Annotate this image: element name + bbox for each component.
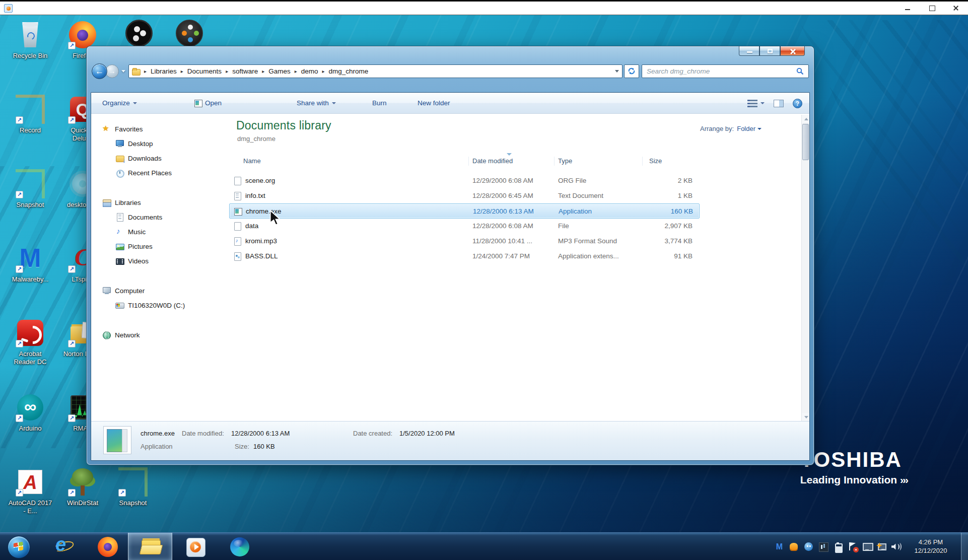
sidebar-item-music[interactable]: Music [91,225,226,239]
file-row-scene.org[interactable]: scene.org12/29/2000 6:08 AMORG File2 KB [229,173,700,188]
minimize-button[interactable] [739,46,759,56]
arrange-by-control[interactable]: Arrange by: Folder [700,125,762,132]
file-icon-wrap [234,207,242,217]
tray-icon-malwarebytes[interactable] [774,541,785,552]
details-created-value: 1/5/2020 12:00 PM [399,430,455,437]
desktop-icon-snapshot[interactable]: ↗Snapshot [4,169,56,209]
file-row-kromi.mp3[interactable]: kromi.mp311/28/2000 10:41 ...MP3 Format … [229,234,700,249]
sidebar-item-videos[interactable]: Videos [91,254,226,268]
sidebar-gap [91,268,226,284]
tray-icon-orange-app[interactable] [789,541,799,552]
desktop-icon-malwareby-[interactable]: ↗Malwareby... [4,244,56,284]
tray-icon-display[interactable] [862,541,872,552]
sidebar-item-downloads[interactable]: Downloads [91,151,226,166]
show-desktop-button[interactable] [961,533,968,560]
outer-window-titlebar [0,0,968,15]
breadcrumb-item-software[interactable]: software [230,67,260,76]
search-input[interactable]: Search dmg_chrome [642,64,809,78]
open-button[interactable]: Open [194,97,222,110]
close-button[interactable] [780,46,805,56]
taskbar-button-edge[interactable] [226,533,254,560]
preview-pane-button[interactable] [774,100,784,107]
tray-icon-messenger[interactable] [803,541,814,552]
taskbar-clock[interactable]: 4:26 PM 12/12/2020 [907,533,955,560]
arduino-icon: ↗ [16,393,45,422]
column-headers: NameDate modifiedTypeSize [229,155,700,168]
file-name: kromi.mp3 [245,237,277,245]
column-header-size[interactable]: Size [649,157,662,165]
taskbar-button-media-player[interactable] [181,533,210,560]
address-dropdown-icon[interactable] [615,70,619,73]
vertical-scrollbar[interactable] [801,115,809,421]
desktop-icon-snapshot[interactable]: ↗Snapshot [107,467,159,507]
breadcrumb-item-demo[interactable]: demo [299,67,320,76]
sidebar-item-pictures[interactable]: Pictures [91,239,226,254]
maximize-button[interactable] [759,46,780,56]
arrange-by-label: Arrange by: [700,125,734,132]
desktop-icon-obs[interactable] [113,19,165,48]
desktop-icon-record[interactable]: ↗Record [4,95,56,134]
desktop-icon-windirstat[interactable]: ↗WinDirStat [56,467,109,507]
desktop-icon-arduino[interactable]: ↗Arduino [4,393,56,433]
breadcrumb-item-Games[interactable]: Games [266,67,293,76]
file-row-chrome.exe[interactable]: chrome.exe12/28/2000 6:13 AMApplication1… [229,203,700,219]
scrollbar-thumb[interactable] [802,124,809,160]
sidebar-item-documents[interactable]: Documents [91,210,226,225]
forward-button[interactable]: → [105,64,119,78]
help-button[interactable]: ? [793,99,802,108]
column-header-name[interactable]: Name [243,157,261,165]
sidebar-item-libraries[interactable]: Libraries [91,195,226,210]
file-size: 91 KB [647,252,693,260]
column-header-type[interactable]: Type [558,157,572,165]
desktop-icon-acrobat-reader-dc[interactable]: ↗Acrobat Reader DC [4,318,56,367]
column-header-date-modified[interactable]: Date modified [472,157,513,165]
tray-icon-action-center[interactable]: × [847,541,858,552]
outer-maximize-button[interactable] [928,4,936,12]
outer-minimize-button[interactable] [904,4,912,12]
taskbar-button-windows-explorer[interactable] [128,533,172,560]
sidebar-item-recent-places[interactable]: Recent Places [91,166,226,180]
sidebar-item-computer[interactable]: Computer [91,284,226,298]
new-folder-button[interactable]: New folder [418,97,450,110]
play-icon [194,544,199,550]
shortcut-arrow-icon: ↗ [16,191,23,198]
tray-icon-battery[interactable] [833,541,843,552]
computer-icon [102,287,111,295]
desktop-icon-media[interactable] [163,19,216,48]
breadcrumb-item-dmg_chrome[interactable]: dmg_chrome [327,67,371,76]
tray-icon-volume[interactable] [891,541,902,552]
history-dropdown-icon[interactable] [121,70,125,73]
details-size-value: 160 KB [253,443,275,450]
brand-line1: TOSHIBA [800,448,908,472]
change-view-button[interactable] [747,97,765,110]
sidebar-item-favorites[interactable]: Favorites [91,122,226,136]
tray-icon-dark-app[interactable] [818,541,828,552]
sidebar-item-network[interactable]: Network [91,328,226,342]
share-with-button[interactable]: Share with [297,97,336,110]
breadcrumb-item-Documents[interactable]: Documents [185,67,224,76]
file-row-data[interactable]: data12/28/2000 6:08 AMFile2,907 KB [229,219,700,234]
file-row-info.txt[interactable]: info.txt12/28/2000 6:45 AMText Document1… [229,188,700,203]
breadcrumb-item-Libraries[interactable]: Libraries [149,67,179,76]
outer-close-button[interactable] [952,4,960,12]
taskbar-button-firefox[interactable] [94,533,122,560]
back-button[interactable]: ← [92,63,107,79]
sidebar-item-desktop[interactable]: Desktop [91,136,226,151]
address-breadcrumb-bar[interactable]: ▸Libraries▸Documents▸software▸Games▸demo… [128,64,623,78]
file-row-BASS.DLL[interactable]: BASS.DLL1/24/2000 7:47 PMApplication ext… [229,249,700,264]
refresh-button[interactable] [624,64,639,78]
taskbar-button-start[interactable] [5,533,33,560]
search-icon[interactable] [796,67,804,75]
shortcut-arrow-icon: ↗ [68,340,76,347]
audio-file-icon [233,237,241,245]
scroll-up-button[interactable] [802,115,810,123]
desktop-icon-autocad-2017-e-[interactable]: ↗AutoCAD 2017 - E... [4,467,56,516]
taskbar-button-internet-explorer[interactable] [49,533,78,560]
scroll-down-button[interactable] [802,413,810,421]
file-date-modified: 1/24/2000 7:47 PM [472,252,530,260]
organize-button[interactable]: Organize [102,97,137,110]
burn-button[interactable]: Burn [372,97,387,110]
sidebar-item-ti106320w0d-c-[interactable]: TI106320W0D (C:) [91,298,226,313]
tray-icon-network-alert[interactable] [876,541,887,552]
desktop-icon-recycle-bin[interactable]: Recycle Bin [4,20,56,60]
